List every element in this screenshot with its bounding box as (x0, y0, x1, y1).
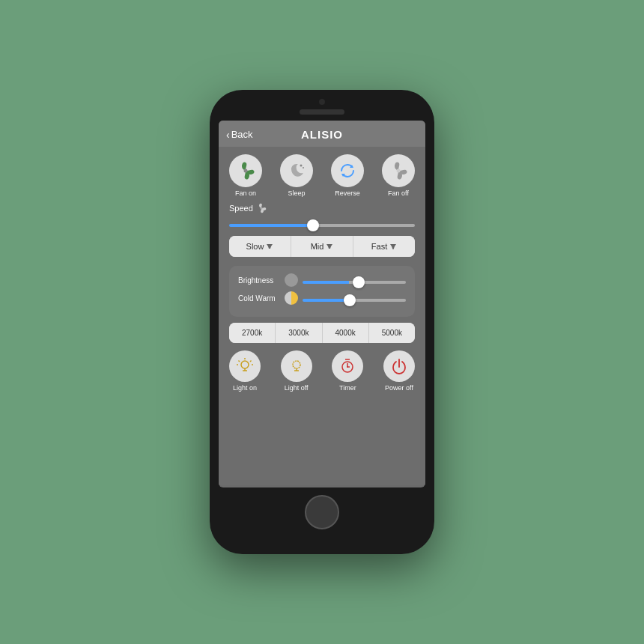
svg-point-6 (260, 207, 262, 210)
home-button[interactable] (305, 495, 339, 529)
phone-camera (319, 99, 325, 105)
fan-on-button[interactable]: Fan on (229, 154, 262, 197)
speed-label: Speed (229, 203, 415, 213)
back-label: Back (231, 129, 253, 140)
fan-off-label: Fan off (388, 189, 409, 197)
brightness-row: Brightness (238, 273, 406, 287)
speed-slider[interactable] (229, 224, 415, 227)
svg-point-2 (303, 167, 304, 168)
cold-warm-row: Cold Warm (238, 291, 406, 305)
cold-warm-slider[interactable] (303, 299, 406, 302)
screen-header: ‹ Back ALISIO (219, 121, 425, 147)
fan-controls-row: Fan on Sleep (229, 154, 415, 197)
temp-5000k-button[interactable]: 5000k (369, 323, 415, 343)
slow-filter-icon (266, 243, 273, 250)
reverse-button[interactable]: Reverse (331, 154, 364, 197)
back-chevron-icon: ‹ (226, 129, 230, 141)
brightness-slider-wrap (303, 273, 406, 287)
svg-point-5 (397, 169, 401, 173)
power-off-button[interactable]: Power off (383, 350, 415, 392)
fan-off-button[interactable]: Fan off (382, 154, 415, 197)
power-off-label: Power off (385, 384, 413, 392)
timer-label: Timer (339, 384, 356, 392)
svg-line-17 (239, 361, 240, 362)
svg-point-28 (347, 366, 348, 368)
sleep-label: Sleep (288, 189, 305, 197)
back-button[interactable]: ‹ Back (226, 129, 253, 141)
temp-3000k-button[interactable]: 3000k (276, 323, 322, 343)
svg-marker-10 (328, 246, 331, 249)
sleep-button[interactable]: Sleep (280, 154, 313, 197)
svg-line-18 (250, 361, 252, 362)
fan-off-icon (382, 154, 415, 187)
app-title: ALISIO (301, 128, 343, 141)
light-off-icon (281, 350, 312, 382)
reverse-icon (331, 154, 364, 187)
light-on-button[interactable]: Light on (229, 350, 261, 392)
phone-speaker (300, 109, 344, 115)
svg-point-21 (293, 361, 300, 368)
svg-point-13 (241, 361, 249, 368)
fan-on-label: Fan on (235, 189, 256, 197)
light-on-icon (229, 350, 261, 382)
brightness-slider[interactable] (303, 281, 406, 284)
light-section: Brightness Cold Warm (229, 266, 415, 317)
phone-screen: ‹ Back ALISIO Fan on (219, 121, 425, 487)
svg-point-1 (300, 165, 303, 167)
fast-filter-icon (389, 243, 397, 250)
mid-button[interactable]: Mid (291, 236, 353, 257)
reverse-label: Reverse (335, 189, 360, 197)
sleep-icon (280, 154, 313, 187)
svg-marker-11 (390, 244, 396, 246)
temp-buttons: 2700k 3000k 4000k 5000k (229, 323, 415, 343)
phone-device: ‹ Back ALISIO Fan on (210, 90, 434, 554)
brightness-toggle[interactable] (285, 273, 298, 287)
cold-warm-label: Cold Warm (238, 294, 282, 303)
mid-filter-icon (326, 243, 333, 250)
svg-marker-7 (267, 244, 273, 246)
cold-warm-toggle[interactable] (285, 291, 298, 305)
light-off-button[interactable]: Light off (281, 350, 312, 392)
light-on-label: Light on (233, 384, 257, 392)
fan-on-icon (229, 154, 262, 187)
slow-button[interactable]: Slow (229, 236, 291, 257)
speed-slider-container: Speed (229, 203, 415, 230)
timer-button[interactable]: Timer (332, 350, 363, 392)
speed-icon (256, 203, 267, 213)
svg-marker-8 (268, 246, 271, 249)
brightness-label: Brightness (238, 276, 282, 285)
fast-button[interactable]: Fast (353, 236, 415, 257)
svg-marker-12 (392, 246, 395, 249)
action-row: Light on Light off (229, 350, 415, 392)
svg-marker-9 (326, 244, 332, 246)
svg-point-0 (244, 169, 248, 173)
temp-4000k-button[interactable]: 4000k (323, 323, 369, 343)
screen-body: Fan on Sleep (219, 147, 425, 485)
power-off-icon (383, 350, 415, 382)
light-off-label: Light off (285, 384, 309, 392)
speed-buttons: Slow Mid Fast (229, 236, 415, 257)
temp-2700k-button[interactable]: 2700k (229, 323, 276, 343)
timer-icon (332, 350, 363, 382)
cold-warm-slider-wrap (303, 291, 406, 305)
